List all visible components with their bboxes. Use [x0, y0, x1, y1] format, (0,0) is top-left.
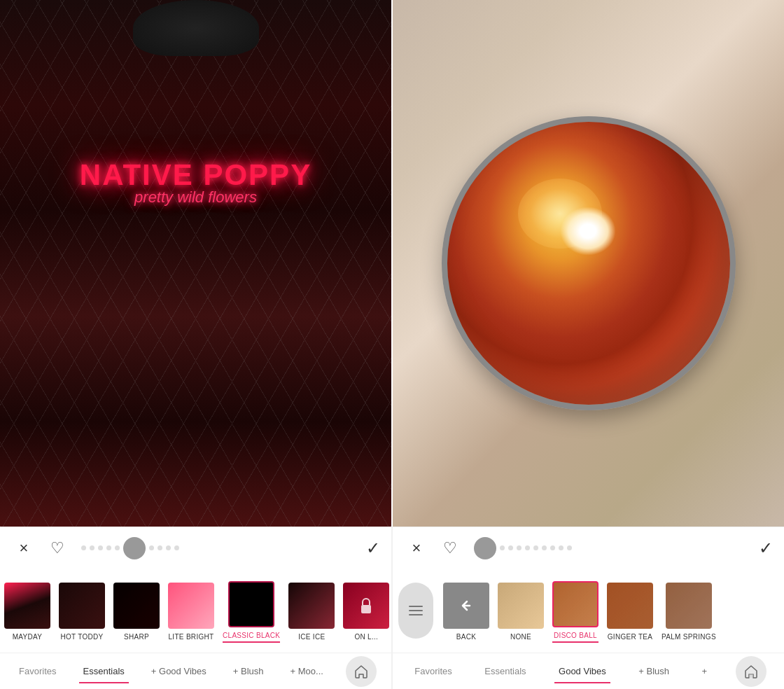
right-home-button[interactable]	[736, 656, 766, 687]
filter-thumb-hot-toddy	[59, 583, 105, 629]
filter-thumb-back	[443, 583, 489, 629]
right-nav-essentials[interactable]: Essentials	[480, 660, 530, 682]
right-nav-panel: Favorites Essentials Good Vibes + Blush …	[393, 653, 784, 689]
filter-item-classic-black[interactable]: CLASSIC BLACK	[218, 576, 284, 646]
controls-row: × ♡ ✓ × ♡	[0, 527, 784, 569]
dot	[98, 545, 103, 550]
filter-label-none: NONE	[510, 633, 531, 641]
food-egg	[560, 207, 616, 256]
selector-line	[409, 606, 423, 607]
dot	[158, 545, 162, 550]
filter-thumb-none	[498, 583, 544, 629]
left-nav-good-vibes[interactable]: + Good Vibes	[147, 660, 211, 682]
dot	[115, 545, 120, 550]
filter-item-ice-ice[interactable]: ICE ICE	[284, 577, 339, 644]
filter-label-ginger-tea: GINGER TEA	[608, 633, 653, 641]
dot	[174, 545, 179, 550]
dot	[90, 545, 94, 550]
right-panel	[393, 0, 784, 527]
left-dots	[78, 537, 358, 559]
dot	[81, 545, 86, 550]
filter-thumb-disco-ball	[552, 581, 598, 627]
right-heart-button[interactable]: ♡	[438, 536, 463, 561]
dot	[525, 545, 530, 550]
left-photo: NATIVE POPPY pretty wild flowers	[0, 0, 391, 527]
filter-item-sharp[interactable]: SHARP	[109, 577, 164, 644]
right-controls: × ♡ ✓	[393, 527, 784, 569]
filter-label-on: ON L...	[354, 633, 378, 641]
left-photo-container: NATIVE POPPY pretty wild flowers	[0, 0, 391, 527]
left-filter-strip: MAYDAY HOT TODDY SHARP LITE BRIGHT CLASS…	[0, 569, 391, 653]
selector-line	[409, 610, 423, 611]
dot	[542, 545, 547, 550]
filter-label-ice-ice: ICE ICE	[298, 633, 325, 641]
left-nav-mood[interactable]: + Moo...	[286, 660, 328, 682]
filter-selector-button[interactable]	[398, 583, 433, 639]
home-icon-right	[743, 664, 759, 679]
filter-item-mayday[interactable]: MAYDAY	[0, 577, 55, 644]
left-controls: × ♡ ✓	[0, 527, 391, 569]
dot	[567, 545, 572, 550]
filter-label-disco-ball: DISCO BALL	[554, 632, 597, 640]
dot-active	[474, 537, 496, 559]
filter-thumb-lite-bright	[168, 583, 214, 629]
filter-item-palm-springs[interactable]: PALM SPRINGS	[657, 577, 720, 644]
dot-active	[123, 537, 146, 559]
right-dots	[471, 537, 750, 559]
ceiling-light	[126, 0, 266, 84]
dot	[517, 545, 522, 550]
selector-lines	[409, 606, 423, 615]
filter-item-on[interactable]: ON L...	[339, 577, 391, 644]
filter-thumb-mayday	[4, 583, 50, 629]
right-check-button[interactable]: ✓	[759, 538, 773, 558]
filter-item-lite-bright[interactable]: LITE BRIGHT	[164, 577, 218, 644]
left-home-button[interactable]	[346, 656, 377, 687]
neon-sign: NATIVE POPPY pretty wild flowers	[80, 158, 312, 207]
selector-line	[409, 614, 423, 615]
filter-item-ginger-tea[interactable]: GINGER TEA	[603, 577, 657, 644]
filter-underline-classic-black	[223, 641, 280, 643]
filter-item-hot-toddy[interactable]: HOT TODDY	[55, 577, 109, 644]
filter-label-lite-bright: LITE BRIGHT	[169, 633, 214, 641]
left-heart-button[interactable]: ♡	[45, 536, 70, 561]
food-bowl	[442, 116, 736, 410]
svg-rect-0	[361, 605, 371, 613]
filter-item-back[interactable]: BACK	[439, 577, 493, 644]
dot	[533, 545, 538, 550]
nav-tabs: Favorites Essentials + Good Vibes + Blus…	[0, 653, 784, 689]
filter-label-back: BACK	[456, 633, 476, 641]
dot	[149, 545, 154, 550]
left-nav-blush[interactable]: + Blush	[229, 660, 268, 682]
filter-thumb-on	[343, 583, 389, 629]
right-nav-more[interactable]: +	[698, 660, 712, 682]
filter-thumb-ginger-tea	[607, 583, 653, 629]
right-close-button[interactable]: ×	[404, 536, 429, 561]
filter-strip: MAYDAY HOT TODDY SHARP LITE BRIGHT CLASS…	[0, 569, 784, 653]
right-photo	[393, 0, 784, 527]
right-nav-good-vibes[interactable]: Good Vibes	[554, 660, 610, 682]
filter-item-disco-ball[interactable]: DISCO BALL	[548, 576, 603, 646]
lamp-shade	[133, 0, 259, 56]
right-nav-favorites[interactable]: Favorites	[410, 660, 456, 682]
main-content: NATIVE POPPY pretty wild flowers	[0, 0, 784, 527]
home-icon	[354, 664, 369, 679]
left-close-button[interactable]: ×	[11, 536, 36, 561]
dot	[106, 545, 111, 550]
neon-main-text: NATIVE POPPY	[80, 158, 312, 192]
dot	[500, 545, 505, 550]
filter-label-classic-black: CLASSIC BLACK	[223, 632, 280, 640]
filter-label-hot-toddy: HOT TODDY	[60, 633, 103, 641]
right-photo-container	[393, 0, 784, 527]
left-check-button[interactable]: ✓	[366, 538, 380, 558]
filter-item-none[interactable]: NONE	[493, 577, 548, 644]
right-filter-strip: BACK NONE DISCO BALL GINGER TEA PALM SPR…	[393, 569, 784, 653]
right-nav-blush[interactable]: + Blush	[634, 660, 673, 682]
filter-label-palm-springs: PALM SPRINGS	[662, 633, 716, 641]
filter-thumb-palm-springs	[666, 583, 712, 629]
filter-thumb-sharp	[113, 583, 160, 629]
lock-icon	[356, 595, 377, 616]
left-nav-favorites[interactable]: Favorites	[15, 660, 60, 682]
left-nav-essentials[interactable]: Essentials	[79, 660, 129, 682]
back-arrow-icon	[456, 595, 477, 616]
dot	[166, 545, 171, 550]
